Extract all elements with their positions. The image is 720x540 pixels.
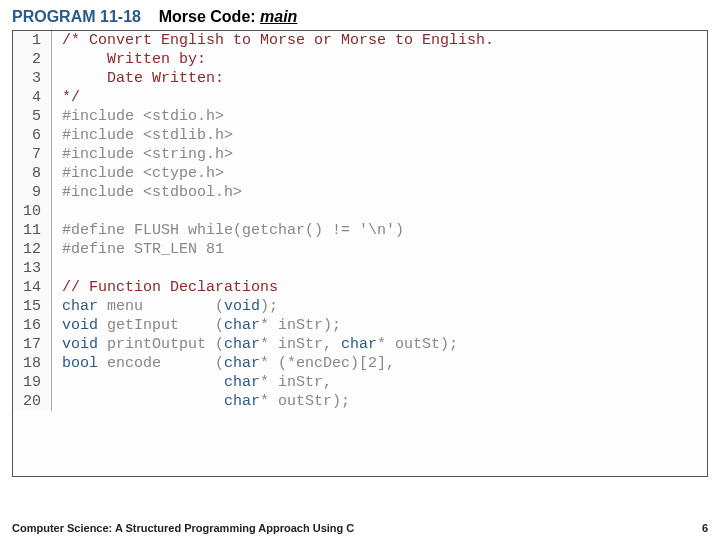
footer-text: Computer Science: A Structured Programmi… (12, 522, 354, 534)
code-line: 19 char* inStr, (13, 373, 707, 392)
line-number: 14 (13, 278, 52, 297)
code-line: 12#define STR_LEN 81 (13, 240, 707, 259)
code-cell: // Function Declarations (52, 278, 708, 297)
code-cell: */ (52, 88, 708, 107)
line-number: 10 (13, 202, 52, 221)
slide-footer: Computer Science: A Structured Programmi… (12, 522, 708, 534)
line-number: 19 (13, 373, 52, 392)
code-line: 6#include <stdlib.h> (13, 126, 707, 145)
line-number: 15 (13, 297, 52, 316)
code-line: 20 char* outStr); (13, 392, 707, 411)
code-line: 10 (13, 202, 707, 221)
code-cell: #include <stdbool.h> (52, 183, 708, 202)
code-cell: #define STR_LEN 81 (52, 240, 708, 259)
code-line: 2 Written by: (13, 50, 707, 69)
line-number: 1 (13, 31, 52, 50)
code-cell: void printOutput (char* inStr, char* out… (52, 335, 708, 354)
line-number: 16 (13, 316, 52, 335)
code-cell (52, 202, 708, 221)
slide-header: PROGRAM 11-18 Morse Code: main (0, 0, 720, 30)
code-cell (52, 259, 708, 278)
code-cell: Written by: (52, 50, 708, 69)
code-cell: #include <stdlib.h> (52, 126, 708, 145)
code-line: 13 (13, 259, 707, 278)
code-cell: char* outStr); (52, 392, 708, 411)
program-title-prefix: Morse Code: (159, 8, 260, 25)
code-line: 15char menu (void); (13, 297, 707, 316)
line-number: 12 (13, 240, 52, 259)
code-line: 14// Function Declarations (13, 278, 707, 297)
code-cell: void getInput (char* inStr); (52, 316, 708, 335)
program-label: PROGRAM 11-18 (12, 8, 141, 25)
code-cell: char* inStr, (52, 373, 708, 392)
line-number: 11 (13, 221, 52, 240)
code-cell: bool encode (char* (*encDec)[2], (52, 354, 708, 373)
line-number: 8 (13, 164, 52, 183)
code-listing-frame: 1/* Convert English to Morse or Morse to… (12, 30, 708, 477)
line-number: 2 (13, 50, 52, 69)
code-table: 1/* Convert English to Morse or Morse to… (13, 31, 707, 411)
code-cell: #define FLUSH while(getchar() != '\n') (52, 221, 708, 240)
code-line: 5#include <stdio.h> (13, 107, 707, 126)
code-line: 4*/ (13, 88, 707, 107)
code-line: 8#include <ctype.h> (13, 164, 707, 183)
program-title: Morse Code: main (159, 8, 298, 25)
line-number: 7 (13, 145, 52, 164)
code-cell: #include <stdio.h> (52, 107, 708, 126)
line-number: 4 (13, 88, 52, 107)
code-cell: char menu (void); (52, 297, 708, 316)
line-number: 20 (13, 392, 52, 411)
code-line: 17void printOutput (char* inStr, char* o… (13, 335, 707, 354)
line-number: 9 (13, 183, 52, 202)
code-cell: /* Convert English to Morse or Morse to … (52, 31, 708, 50)
code-line: 7#include <string.h> (13, 145, 707, 164)
code-line: 9#include <stdbool.h> (13, 183, 707, 202)
code-line: 1/* Convert English to Morse or Morse to… (13, 31, 707, 50)
code-line: 18bool encode (char* (*encDec)[2], (13, 354, 707, 373)
code-line: 3 Date Written: (13, 69, 707, 88)
code-line: 16void getInput (char* inStr); (13, 316, 707, 335)
line-number: 3 (13, 69, 52, 88)
code-cell: #include <ctype.h> (52, 164, 708, 183)
code-cell: #include <string.h> (52, 145, 708, 164)
program-title-italic: main (260, 8, 297, 25)
code-line: 11#define FLUSH while(getchar() != '\n') (13, 221, 707, 240)
line-number: 5 (13, 107, 52, 126)
line-number: 18 (13, 354, 52, 373)
code-cell: Date Written: (52, 69, 708, 88)
line-number: 13 (13, 259, 52, 278)
line-number: 17 (13, 335, 52, 354)
page-number: 6 (702, 522, 708, 534)
line-number: 6 (13, 126, 52, 145)
